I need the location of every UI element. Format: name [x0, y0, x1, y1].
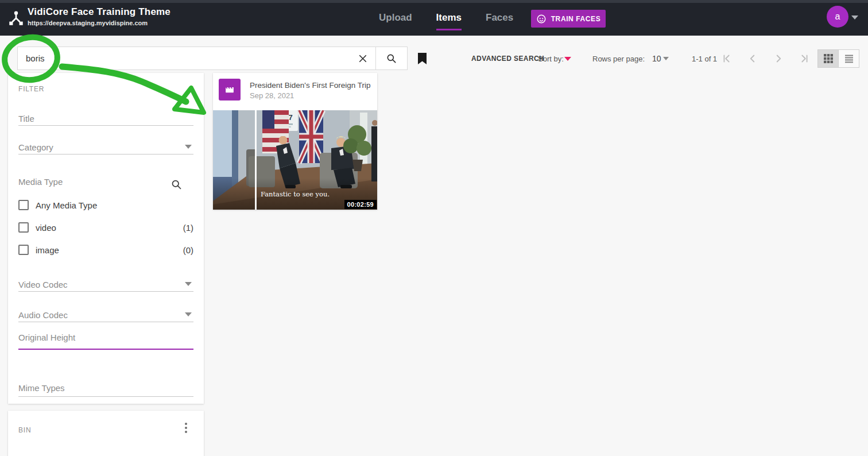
device-hub-logo-icon [7, 9, 25, 28]
checkbox-icon [18, 200, 29, 210]
video-thumbnail[interactable]: G7 [213, 110, 377, 210]
last-page-icon [798, 52, 811, 65]
page: VidiCore Face Training Theme https://dee… [0, 0, 868, 456]
uk-flag [299, 110, 323, 163]
search-bar [17, 47, 408, 70]
bin-panel: BIN [8, 411, 204, 456]
item-date: Sep 28, 2021 [250, 91, 294, 100]
previous-page-button[interactable] [745, 51, 761, 67]
original-height-input[interactable] [18, 349, 193, 350]
chevron-right-icon [772, 52, 785, 65]
checkbox-count: (0) [183, 245, 193, 255]
rows-per-page-label: Rows per page: [592, 55, 645, 63]
filter-panel: FILTER Title Category Media Type Any Med… [8, 73, 204, 404]
mime-types-field-label: Mime Types [18, 383, 65, 393]
list-view-icon [844, 53, 854, 64]
item-type-tile [219, 79, 241, 101]
bin-menu-kebab-icon[interactable] [180, 420, 192, 435]
category-select-label: Category [18, 142, 53, 152]
checkbox-icon [18, 245, 29, 255]
nav-tab-items[interactable]: Items [436, 0, 462, 36]
search-icon [386, 53, 397, 64]
title-field-label: Title [18, 114, 34, 123]
view-mode-toggle [817, 49, 859, 68]
train-faces-label: TRAIN FACES [551, 15, 601, 23]
last-page-button[interactable] [796, 51, 812, 67]
sort-by-label[interactable]: Sort by: [538, 55, 564, 63]
category-caret-icon[interactable] [185, 145, 192, 149]
audio-codec-select-label: Audio Codec [18, 310, 68, 320]
advanced-search-link[interactable]: ADVANCED SEARCH [471, 55, 544, 63]
bookmark-icon[interactable] [417, 52, 427, 65]
app-url: https://deepva.staging.myvidispine.com [28, 20, 170, 26]
nav-tab-upload[interactable]: Upload [379, 0, 412, 36]
checkbox-count: (1) [183, 223, 193, 233]
video-codec-select-label: Video Codec [18, 280, 68, 289]
checkbox-label: video [36, 223, 56, 233]
video-codec-select[interactable] [18, 291, 193, 292]
duration-badge: 00:02:59 [344, 200, 377, 209]
checkbox-video[interactable]: video (1) [18, 222, 193, 233]
pagination-range: 1-1 of 1 [692, 55, 717, 63]
grid-view-button[interactable] [818, 50, 838, 67]
category-select[interactable] [18, 154, 193, 154]
search-input[interactable] [18, 47, 350, 69]
video-thumbnail-image: G7 [213, 110, 377, 210]
bin-section-title: BIN [18, 426, 31, 434]
nav-tab-faces[interactable]: Faces [486, 0, 513, 36]
item-title: President Biden's First Foreign Trip [250, 81, 370, 90]
checkbox-any-media-type[interactable]: Any Media Type [18, 199, 193, 211]
main-nav: Upload Items Faces [379, 0, 513, 36]
media-type-search-icon[interactable] [170, 179, 183, 191]
standing-figure-right-edge [371, 120, 377, 181]
movie-icon [223, 83, 236, 96]
next-page-button[interactable] [770, 51, 786, 67]
search-button[interactable] [375, 47, 407, 69]
app-title: VidiCore Face Training Theme [28, 6, 170, 18]
result-card[interactable]: President Biden's First Foreign Trip Sep… [213, 73, 377, 210]
grid-view-icon [823, 53, 834, 64]
first-page-button[interactable] [719, 51, 735, 67]
user-avatar[interactable]: a [827, 6, 848, 28]
list-view-button[interactable] [838, 50, 859, 67]
video-codec-caret-icon[interactable] [185, 282, 192, 286]
brand: VidiCore Face Training Theme https://dee… [28, 6, 170, 26]
mime-types-input[interactable] [18, 396, 193, 397]
app-header: VidiCore Face Training Theme https://dee… [0, 0, 868, 36]
avatar-letter: a [835, 11, 840, 22]
rows-per-page-caret-icon[interactable] [663, 57, 669, 60]
first-page-icon [720, 52, 733, 65]
media-type-label: Media Type [18, 177, 63, 187]
original-height-field-label: Original Height [18, 333, 75, 342]
scrub-position-line [255, 110, 257, 210]
avatar-menu-caret-icon[interactable] [851, 16, 858, 20]
audio-codec-caret-icon[interactable] [185, 312, 192, 316]
checkbox-label: image [36, 245, 59, 255]
close-icon [358, 53, 368, 64]
title-field-input[interactable] [18, 125, 193, 126]
checkbox-label: Any Media Type [36, 200, 97, 210]
train-faces-button[interactable]: TRAIN FACES [531, 10, 606, 28]
audio-codec-select[interactable] [18, 322, 193, 322]
subtitle-caption: Fantastic to see you. [261, 190, 330, 198]
clear-search-button[interactable] [350, 47, 375, 69]
checkbox-icon [18, 222, 29, 233]
sort-by-caret-icon[interactable] [564, 57, 571, 61]
rows-per-page-select[interactable]: 10 [652, 54, 661, 63]
checkbox-image[interactable]: image (0) [18, 244, 193, 256]
filter-section-title: FILTER [18, 85, 44, 93]
face-icon [536, 14, 547, 24]
chevron-left-icon [746, 52, 759, 65]
